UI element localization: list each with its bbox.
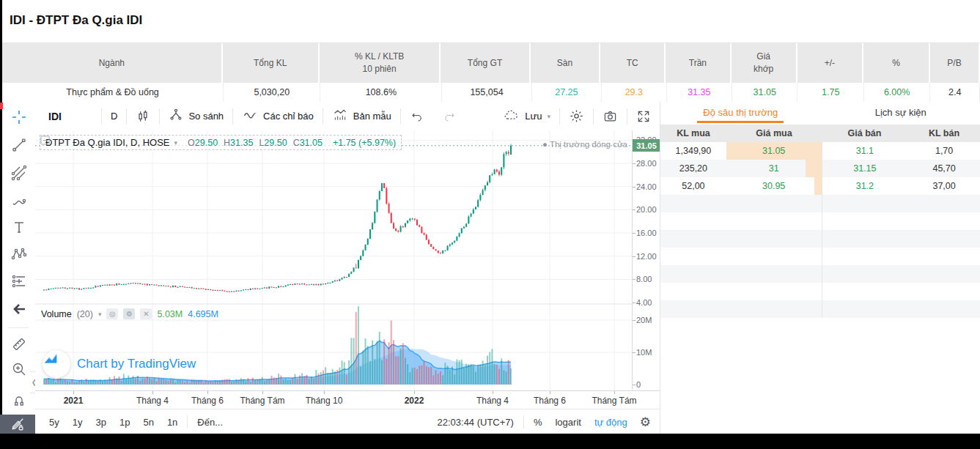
price-axis[interactable]: 32.0028.0024.0020.0016.0012.008.004.0020… (632, 130, 660, 390)
toolbar-divider (8, 327, 29, 328)
drawing-toolbar: ❮ (2, 102, 36, 434)
undo-button[interactable] (401, 110, 433, 123)
symbol-search-button[interactable]: IDI (35, 111, 101, 122)
chart-legend[interactable]: ĐTPT Đa Q.gia IDI, D, HOSE ▾ O29.50H31.3… (40, 135, 402, 150)
depth-col-header: Giá mua (726, 125, 822, 142)
summary-value: 5,030,20 (224, 83, 320, 102)
gann-fib-tool-button[interactable] (8, 162, 30, 184)
range-button-1y[interactable]: 1y (66, 417, 89, 428)
ask-volume: 45,70 (907, 160, 980, 177)
clock[interactable]: 22:03:44 (UTC+7) (430, 417, 520, 428)
summary-col-header: Sàn (531, 43, 601, 83)
summary-col-header: % (863, 43, 930, 83)
ask-price (822, 212, 908, 230)
chevron-down-icon: ▾ (547, 113, 550, 120)
summary-header-row: NgànhTổng KL% KL / KLTB10 phiênTổng GTSà… (2, 42, 980, 83)
volume-study-name: Volume (41, 309, 72, 319)
depth-row (660, 248, 980, 265)
volume-remove-icon[interactable]: ✕ (140, 308, 152, 319)
auto-scale-button[interactable]: tự động (588, 417, 634, 428)
range-button-1n[interactable]: 1n (161, 417, 184, 428)
bid-price: 30.95 (726, 177, 822, 195)
save-label: Lưu (525, 111, 542, 122)
trend-line-tool-button[interactable] (8, 134, 30, 156)
panel-tabs: Độ sâu thị trường Lịch sự kiện (660, 102, 980, 123)
chart-bottom-bar: 5y1y3p1p5n1n Đến... 22:03:44 (UTC+7) % l… (35, 409, 660, 434)
prediction-tool-button[interactable] (8, 270, 30, 292)
interval-button[interactable]: D (102, 111, 126, 122)
goto-date-button[interactable]: Đến... (191, 417, 229, 428)
depth-col-header: KL bán (907, 125, 980, 142)
bid-volume: 52,00 (660, 177, 726, 195)
volume-current-value: 5.03M (157, 309, 183, 319)
tab-market-depth[interactable]: Độ sâu thị trường (660, 102, 821, 123)
summary-col-header: % KL / KLTB10 phiên (320, 43, 441, 83)
time-axis[interactable]: 2021Tháng 4Tháng 6Tháng TámTháng 102022T… (35, 390, 660, 409)
hide-drawings-toggle[interactable] (0, 415, 35, 434)
crosshair-tool-button[interactable] (8, 106, 30, 128)
ask-price (822, 195, 908, 212)
xabcd-pattern-tool-button[interactable] (8, 242, 30, 264)
ask-volume: 37,00 (907, 177, 980, 195)
arrow-left-tool-button[interactable] (8, 298, 30, 320)
bid-volume (660, 283, 726, 300)
active-tab-underline (697, 121, 784, 123)
summary-value: 27.25 (532, 83, 602, 102)
volume-settings-icon[interactable]: ⚙ (123, 308, 135, 319)
range-button-1p[interactable]: 1p (113, 417, 136, 428)
axis-settings-gear-icon[interactable]: ⚙ (634, 415, 660, 430)
legend-collapse-icon[interactable] (40, 136, 50, 145)
save-layout-button[interactable]: Lưu ▾ (493, 108, 559, 125)
camera-icon (603, 109, 618, 123)
compare-button[interactable]: So sánh (160, 108, 232, 125)
redo-button[interactable] (433, 110, 465, 123)
ask-volume (907, 283, 980, 300)
divider (187, 415, 188, 428)
fullscreen-icon (636, 109, 651, 124)
zoom-in-tool-button[interactable] (8, 358, 30, 380)
depth-row[interactable]: 52,0030.9531.237,00 (660, 177, 980, 195)
summary-value: 31.05 (732, 83, 797, 102)
title-bar: IDI - ĐTPT Đa Q.gia IDI (2, 0, 980, 42)
axis-tick-label: 16.00 (636, 229, 657, 237)
brush-tool-button[interactable] (8, 190, 30, 212)
indicator-template-icon (332, 108, 348, 125)
depth-row (660, 195, 980, 212)
range-button-5n[interactable]: 5n (136, 417, 160, 428)
chart-style-button[interactable] (127, 109, 159, 124)
indicators-icon (242, 108, 258, 125)
volume-eye-icon[interactable]: ◎ (106, 308, 118, 319)
measure-ruler-tool-button[interactable] (8, 333, 30, 355)
depth-row[interactable]: 235,203131.1545,70 (660, 160, 980, 177)
summary-value: 29.3 (602, 83, 666, 102)
magnet-tool-button[interactable] (8, 389, 30, 411)
depth-row[interactable]: 1,349,9031.0531.11,70 (660, 142, 980, 160)
chart-canvas[interactable]: ĐTPT Đa Q.gia IDI, D, HOSE ▾ O29.50H31.3… (35, 130, 660, 390)
summary-col-header: Ngành (2, 43, 223, 83)
time-tick-label: Tháng 6 (191, 396, 224, 406)
ask-price (822, 300, 908, 318)
snapshot-button[interactable] (594, 109, 627, 123)
tab-event-calendar[interactable]: Lịch sự kiện (821, 102, 980, 123)
summary-value: 6.00% (864, 83, 930, 102)
bid-volume: 235,20 (660, 160, 726, 177)
range-button-3p[interactable]: 3p (89, 417, 112, 428)
percent-scale-button[interactable]: % (527, 417, 549, 428)
range-button-5y[interactable]: 5y (43, 417, 66, 428)
depth-row (660, 283, 980, 300)
tradingview-attribution[interactable]: Chart by TradingView (43, 350, 196, 378)
ask-volume (907, 230, 980, 248)
chart-settings-button[interactable] (560, 108, 593, 124)
legend-title: ĐTPT Đa Q.gia IDI, D, HOSE (45, 137, 170, 148)
ask-volume (907, 300, 980, 318)
text-tool-button[interactable] (8, 216, 30, 238)
indicators-button[interactable]: Các chỉ báo (233, 108, 323, 125)
volume-legend[interactable]: Volume (20) ▾ ◎ ⚙ ✕ 5.03M 4.695M (41, 308, 218, 319)
legend-ohlc-values: O29.50H31.35L29.50C31.05 (188, 138, 323, 148)
bid-price (726, 212, 822, 230)
range-buttons: 5y1y3p1p5n1n (43, 417, 184, 428)
log-scale-button[interactable]: logarit (548, 417, 587, 428)
templates-button[interactable]: Bản mẫu (323, 108, 400, 125)
fullscreen-button[interactable] (627, 109, 660, 124)
depth-row (660, 265, 980, 283)
